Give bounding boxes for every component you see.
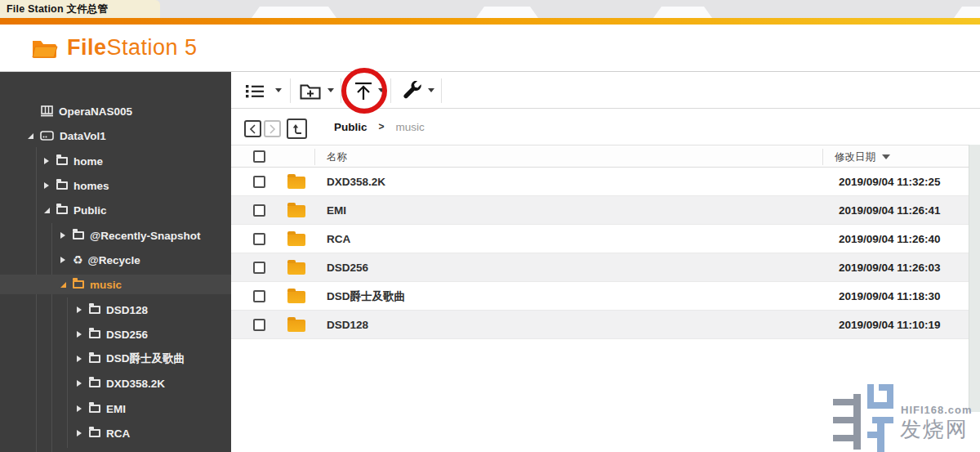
app-title-bold: File xyxy=(67,35,107,60)
file-row-dsd-jazz[interactable]: DSD爵士及歌曲 2019/09/04 11:18:30 xyxy=(231,282,980,311)
folder-icon xyxy=(56,206,68,214)
expand-toggle-icon[interactable] xyxy=(60,232,73,239)
file-name[interactable]: DXD358.2K xyxy=(327,168,385,196)
sidebar-item-home[interactable]: home xyxy=(0,151,231,171)
tree-label: OperaNAS005 xyxy=(59,105,132,118)
breadcrumb-public[interactable]: Public xyxy=(334,121,368,133)
sort-desc-icon xyxy=(882,154,890,159)
taskbar-tab[interactable] xyxy=(476,7,538,18)
view-mode-dropdown-caret[interactable] xyxy=(275,88,282,92)
sidebar-item-homes[interactable]: homes xyxy=(0,176,231,195)
file-name[interactable]: RCA xyxy=(327,225,350,253)
hifi168-watermark: HIFI168.com 发烧网 xyxy=(831,381,980,452)
sidebar-item-datavol1[interactable]: DataVol1 xyxy=(0,126,231,145)
file-modified-date: 2019/09/04 11:10:19 xyxy=(839,311,941,339)
taskbar-tab[interactable] xyxy=(954,7,980,18)
sidebar-item-music[interactable]: music xyxy=(0,275,231,294)
file-modified-date: 2019/09/04 11:26:40 xyxy=(839,225,941,253)
expand-toggle-icon[interactable] xyxy=(77,331,89,338)
navigation-bar: Public > music xyxy=(231,109,980,145)
column-header-modified[interactable]: 修改日期 xyxy=(835,145,890,168)
view-mode-button[interactable] xyxy=(246,81,264,101)
taskbar-tab[interactable] xyxy=(653,7,712,18)
column-divider[interactable] xyxy=(822,149,823,165)
sidebar-item-operanas005[interactable]: OperaNAS005 xyxy=(0,101,231,121)
expand-toggle-icon[interactable] xyxy=(77,380,89,387)
upload-dropdown-caret[interactable] xyxy=(378,88,385,92)
create-folder-button[interactable] xyxy=(300,81,321,101)
expand-toggle-icon[interactable] xyxy=(44,158,56,164)
column-header-name[interactable]: 名称 xyxy=(327,145,347,168)
nas-icon xyxy=(41,105,53,117)
row-checkbox[interactable] xyxy=(253,319,265,331)
folder-icon xyxy=(89,330,100,338)
app-title-rest: Station 5 xyxy=(107,35,198,60)
folder-icon xyxy=(287,177,305,189)
expand-toggle-icon[interactable] xyxy=(44,182,56,189)
taskbar-tab[interactable] xyxy=(252,7,336,18)
upload-button[interactable] xyxy=(354,81,373,101)
sidebar-item-dsd256[interactable]: DSD256 xyxy=(0,324,231,344)
file-name[interactable]: EMI xyxy=(327,196,346,225)
select-all-checkbox[interactable] xyxy=(253,150,265,163)
sidebar-item-emi[interactable]: EMI xyxy=(0,399,231,418)
folder-icon xyxy=(287,205,305,217)
row-checkbox[interactable] xyxy=(253,204,265,217)
tools-wrench-button[interactable] xyxy=(403,81,423,101)
toolbar-separator xyxy=(390,78,391,103)
expand-toggle-icon[interactable] xyxy=(77,356,89,362)
column-header-name-label: 名称 xyxy=(327,150,347,164)
tree-label: @Recently-Snapshot xyxy=(90,230,200,242)
file-row-rca[interactable]: RCA 2019/09/04 11:26:40 xyxy=(231,225,980,253)
file-name[interactable]: DSD128 xyxy=(327,311,368,339)
expand-toggle-icon[interactable] xyxy=(60,282,73,288)
file-name[interactable]: DSD爵士及歌曲 xyxy=(327,282,405,311)
expand-toggle-icon[interactable] xyxy=(44,208,56,213)
sidebar-item-public[interactable]: Public xyxy=(0,200,231,220)
back-button[interactable] xyxy=(244,120,261,137)
sidebar-item-dsd-jazz[interactable]: DSD爵士及歌曲 xyxy=(0,349,231,369)
expand-toggle-icon[interactable] xyxy=(60,257,73,263)
column-divider[interactable] xyxy=(314,149,315,165)
taskbar: File Station 文件总管 xyxy=(0,0,980,25)
app-header: FileStation 5 xyxy=(0,25,980,72)
folder-icon xyxy=(89,306,100,314)
forward-button[interactable] xyxy=(264,120,281,137)
sidebar-item-dsd128[interactable]: DSD128 xyxy=(0,300,231,320)
breadcrumb-separator: > xyxy=(379,121,385,132)
sidebar-item-dxd358[interactable]: DXD358.2K xyxy=(0,374,231,393)
breadcrumb-music[interactable]: music xyxy=(396,121,425,133)
file-modified-date: 2019/09/04 11:26:03 xyxy=(839,253,941,282)
expand-toggle-icon[interactable] xyxy=(77,430,89,436)
tree-label: DSD128 xyxy=(106,304,148,316)
expand-toggle-icon[interactable] xyxy=(77,405,89,412)
file-row-dsd128[interactable]: DSD128 2019/09/04 11:10:19 xyxy=(231,311,980,339)
go-up-button[interactable] xyxy=(287,119,307,139)
accent-bar xyxy=(0,18,980,25)
folder-icon xyxy=(56,157,68,165)
taskbar-tab-filestation[interactable]: File Station 文件总管 xyxy=(0,0,160,18)
file-name[interactable]: DSD256 xyxy=(327,253,368,282)
toolbar-separator xyxy=(441,78,442,103)
row-checkbox[interactable] xyxy=(253,290,265,302)
file-row-emi[interactable]: EMI 2019/09/04 11:26:41 xyxy=(231,196,980,225)
expand-toggle-icon[interactable] xyxy=(77,307,89,313)
file-row-dsd256[interactable]: DSD256 2019/09/04 11:26:03 xyxy=(231,253,980,282)
file-row-dxd358[interactable]: DXD358.2K 2019/09/04 11:32:25 xyxy=(231,168,980,196)
expand-toggle-icon[interactable] xyxy=(28,133,40,139)
tree-label: DSD爵士及歌曲 xyxy=(106,351,185,366)
sidebar-item-recently-snapshot[interactable]: @Recently-Snapshot xyxy=(0,226,231,245)
folder-icon xyxy=(287,291,305,303)
row-checkbox[interactable] xyxy=(253,233,265,245)
folder-icon xyxy=(89,355,100,363)
scrollbar-track[interactable] xyxy=(969,145,980,412)
create-folder-dropdown-caret[interactable] xyxy=(327,88,334,92)
row-checkbox[interactable] xyxy=(253,262,265,274)
row-checkbox[interactable] xyxy=(253,176,265,188)
sidebar-item-recycle[interactable]: ♻ @Recycle xyxy=(0,250,231,270)
window-title: File Station 文件总管 xyxy=(7,2,108,16)
filestation-logo-folder-icon xyxy=(31,38,59,59)
sidebar-item-rca[interactable]: RCA xyxy=(0,423,231,443)
tools-dropdown-caret[interactable] xyxy=(428,88,434,92)
sidebar-tree: OperaNAS005 DataVol1 home homes Public @… xyxy=(0,72,231,452)
